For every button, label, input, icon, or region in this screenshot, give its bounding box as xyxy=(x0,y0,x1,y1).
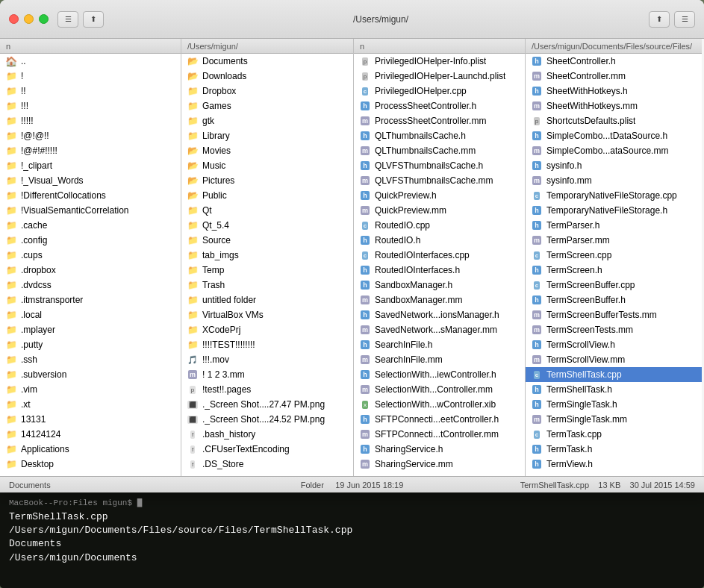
share-button[interactable]: ⬆ xyxy=(83,11,104,28)
list-item[interactable]: 📁tab_imgs xyxy=(181,248,353,263)
list-item[interactable]: hSelectionWith...iewController.h xyxy=(354,367,525,382)
minimize-button[interactable] xyxy=(24,14,34,24)
list-item[interactable]: 📁Applications xyxy=(0,442,181,457)
col3-items[interactable]: pPrivilegedIOHelper-Info.plistpPrivilege… xyxy=(354,54,525,476)
list-item[interactable]: 📁Temp xyxy=(181,263,353,278)
list-item[interactable]: hTermScrollView.h xyxy=(526,337,702,352)
list-item[interactable]: hProcessSheetController.h xyxy=(354,98,525,113)
list-item[interactable]: hSandboxManager.h xyxy=(354,278,525,293)
list-item[interactable]: 📁14124124 xyxy=(0,427,181,442)
list-item[interactable]: 📁.itmstransporter xyxy=(0,293,181,307)
list-item[interactable]: 📁Source xyxy=(181,233,353,248)
list-item[interactable]: 📁Desktop xyxy=(0,457,181,472)
list-item[interactable]: mSearchInFile.mm xyxy=(354,352,525,367)
view-list-button[interactable]: ☰ xyxy=(57,11,78,28)
list-item[interactable]: cRoutedIO.cpp xyxy=(354,218,525,233)
list-item[interactable]: hSheetController.h xyxy=(526,54,702,69)
list-item[interactable]: mSandboxManager.mm xyxy=(354,293,525,307)
list-item[interactable]: 🏠.. xyxy=(0,54,181,69)
list-item[interactable]: mSavedNetwork...sManager.mm xyxy=(354,322,525,337)
list-item[interactable]: cRoutedIOInterfaces.cpp xyxy=(354,248,525,263)
list-item[interactable]: 📁gtk xyxy=(181,113,353,128)
col2-items[interactable]: 📂Documents📂Downloads📁Dropbox📁Games📁gtk📁L… xyxy=(181,54,353,476)
list-item[interactable]: 📂Pictures xyxy=(181,173,353,188)
list-item[interactable]: hSimpleCombo...tDataSource.h xyxy=(526,128,702,143)
list-item[interactable]: 📂Documents xyxy=(181,54,353,69)
list-item[interactable]: pShortcutsDefaults.plist xyxy=(526,113,702,128)
list-item[interactable]: 📁!VisualSemanticCorrelation xyxy=(0,203,181,218)
list-item[interactable]: 📁!_clipart xyxy=(0,158,181,173)
list-item[interactable]: hSharingService.h xyxy=(354,442,525,457)
list-item[interactable]: mTermScreenTests.mm xyxy=(526,322,702,337)
close-button[interactable] xyxy=(9,14,19,24)
list-item[interactable]: p!test!!.pages xyxy=(181,382,353,397)
list-item[interactable]: 📁Dropbox xyxy=(181,84,353,98)
list-item[interactable]: cTermShellTask.cpp xyxy=(526,367,702,382)
list-item[interactable]: hQuickPreview.h xyxy=(354,188,525,203)
list-item[interactable]: 📁!!!!! xyxy=(0,113,181,128)
list-item[interactable]: 📁.subversion xyxy=(0,367,181,382)
list-item[interactable]: mSheetWithHotkeys.mm xyxy=(526,98,702,113)
list-item[interactable]: hTermScreen.h xyxy=(526,263,702,278)
share-right-button[interactable]: ⬆ xyxy=(649,11,670,28)
list-item[interactable]: 📂Downloads xyxy=(181,69,353,84)
list-item[interactable]: mTermParser.mm xyxy=(526,233,702,248)
list-item[interactable]: mProcessSheetController.mm xyxy=(354,113,525,128)
list-item[interactable]: 📁VirtualBox VMs xyxy=(181,307,353,322)
list-item[interactable]: mQLThumbnailsCache.mm xyxy=(354,143,525,158)
col1-items[interactable]: 🏠..📁!📁!!📁!!!📁!!!!!📁!@!@!!📁!@#!#!!!!!📁!_c… xyxy=(0,54,181,476)
list-item[interactable]: cPrivilegedIOHelper.cpp xyxy=(354,84,525,98)
list-item[interactable]: hTermScreenBuffer.h xyxy=(526,293,702,307)
list-item[interactable]: hSavedNetwork...ionsManager.h xyxy=(354,307,525,322)
list-item[interactable]: f.DS_Store xyxy=(181,457,353,472)
list-item[interactable]: cTermTask.cpp xyxy=(526,427,702,442)
list-item[interactable]: 📁.cups xyxy=(0,248,181,263)
list-item[interactable]: hTermShellTask.h xyxy=(526,382,702,397)
list-item[interactable]: 📁!!! xyxy=(0,98,181,113)
list-item[interactable]: mSheetController.mm xyxy=(526,69,702,84)
list-item[interactable]: 📁XCodePrj xyxy=(181,322,353,337)
list-item[interactable]: f.CFUserTextEncoding xyxy=(181,442,353,457)
list-item[interactable]: hsysinfo.h xyxy=(526,158,702,173)
list-item[interactable]: hTermTask.h xyxy=(526,442,702,457)
list-item[interactable]: 📁.ssh xyxy=(0,352,181,367)
list-item[interactable]: 🎵!!!.mov xyxy=(181,352,353,367)
list-item[interactable]: 📁.xt xyxy=(0,397,181,412)
list-item[interactable]: 📁.local xyxy=(0,307,181,322)
list-item[interactable]: 📁.putty xyxy=(0,337,181,352)
list-item[interactable]: 📁.cache xyxy=(0,218,181,233)
list-item[interactable]: 📁.dvdcss xyxy=(0,278,181,293)
list-item[interactable]: 📁!@#!#!!!!! xyxy=(0,143,181,158)
list-item[interactable]: 📁.dropbox xyxy=(0,263,181,278)
list-item[interactable]: 📁.config xyxy=(0,233,181,248)
list-item[interactable]: 📁.mplayer xyxy=(0,322,181,337)
list-item[interactable]: m! 1 2 3.mm xyxy=(181,367,353,382)
list-item[interactable]: hQLThumbnailsCache.h xyxy=(354,128,525,143)
list-item[interactable]: hQLVFSThumbnailsCache.h xyxy=(354,158,525,173)
list-item[interactable]: hTermParser.h xyxy=(526,218,702,233)
list-item[interactable]: hSearchInFile.h xyxy=(354,337,525,352)
list-item[interactable]: 📁Qt xyxy=(181,203,353,218)
list-item[interactable]: ⬛._Screen Shot....24.52 PM.png xyxy=(181,412,353,427)
list-item[interactable]: ⬛._Screen Shot....27.47 PM.png xyxy=(181,397,353,412)
list-item[interactable]: 📁!!!!TEST!!!!!!!! xyxy=(181,337,353,352)
maximize-button[interactable] xyxy=(39,14,49,24)
list-item[interactable]: mTermScreenBufferTests.mm xyxy=(526,307,702,322)
list-item[interactable]: mQLVFSThumbnailsCache.mm xyxy=(354,173,525,188)
list-item[interactable]: 📁.vim xyxy=(0,382,181,397)
list-item[interactable]: hRoutedIOInterfaces.h xyxy=(354,263,525,278)
list-item[interactable]: 📁Library xyxy=(181,128,353,143)
list-item[interactable]: 📁13131 xyxy=(0,412,181,427)
list-item[interactable]: mTermScrollView.mm xyxy=(526,352,702,367)
col4-items[interactable]: hSheetController.hmSheetController.mmhSh… xyxy=(526,54,702,476)
list-item[interactable]: 📁!@!@!! xyxy=(0,128,181,143)
list-item[interactable]: cTermScreenBuffer.cpp xyxy=(526,278,702,293)
list-item[interactable]: hTermSingleTask.h xyxy=(526,397,702,412)
list-item[interactable]: cTemporaryNativeFileStorage.cpp xyxy=(526,188,702,203)
list-item[interactable]: 📁!_Visual_Words xyxy=(0,173,181,188)
list-item[interactable]: mSelectionWith...Controller.mm xyxy=(354,382,525,397)
list-item[interactable]: 📁! xyxy=(0,69,181,84)
list-item[interactable]: mSFTPConnecti...tController.mm xyxy=(354,427,525,442)
list-item[interactable]: 📂Movies xyxy=(181,143,353,158)
list-item[interactable]: 📂Music xyxy=(181,158,353,173)
